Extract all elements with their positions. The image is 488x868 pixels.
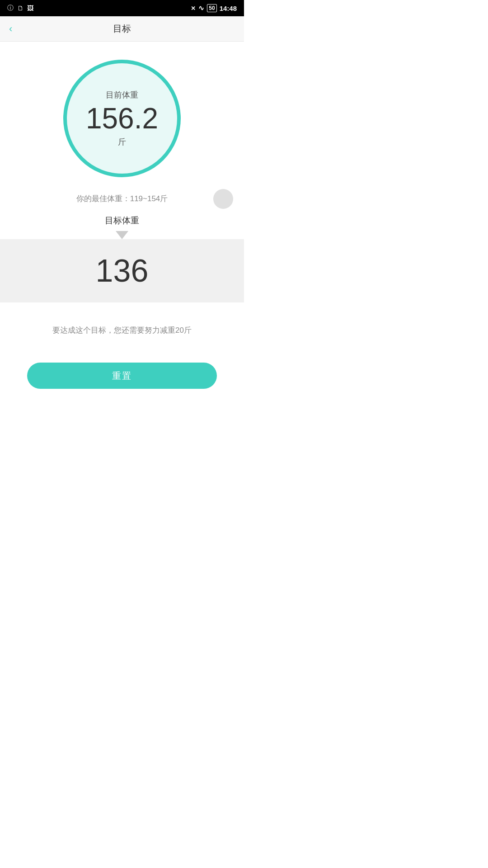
weight-unit: 斤 bbox=[118, 137, 126, 147]
best-weight-text: 你的最佳体重：119~154斤 bbox=[76, 193, 168, 204]
best-weight-row: 你的最佳体重：119~154斤 bbox=[0, 193, 244, 204]
file-icon: 🗋 bbox=[17, 5, 23, 12]
weight-picker[interactable]: 136 bbox=[0, 239, 244, 302]
image-icon: 🖼 bbox=[27, 5, 33, 12]
back-button[interactable]: ‹ bbox=[9, 24, 12, 34]
picker-value: 136 bbox=[96, 253, 149, 289]
weight-display: 目前体重 156.2 斤 bbox=[63, 60, 181, 177]
nav-bar: ‹ 目标 bbox=[0, 16, 244, 42]
weight-label: 目前体重 bbox=[106, 90, 138, 100]
status-bar: ⓘ 🗋 🖼 ✕ ∿ 50 14:48 bbox=[0, 0, 244, 16]
weight-value: 156.2 bbox=[86, 104, 158, 133]
arrow-down-icon bbox=[116, 231, 128, 239]
reset-button[interactable]: 重置 bbox=[27, 363, 217, 389]
bluetooth-icon: ✕ bbox=[191, 5, 196, 12]
avatar bbox=[213, 189, 233, 209]
target-weight-label: 目标体重 bbox=[105, 215, 139, 226]
main-content: 目前体重 156.2 斤 你的最佳体重：119~154斤 目标体重 136 要达… bbox=[0, 42, 244, 407]
weight-circle: 目前体重 156.2 斤 bbox=[63, 60, 181, 177]
status-right: ✕ ∿ 50 14:48 bbox=[191, 4, 237, 12]
battery-icon: 50 bbox=[207, 4, 216, 12]
page-title: 目标 bbox=[113, 23, 131, 35]
time: 14:48 bbox=[220, 5, 237, 12]
wifi-icon: ∿ bbox=[198, 4, 204, 12]
goal-message: 要达成这个目标，您还需要努力减重20斤 bbox=[39, 325, 205, 335]
notification-icon: ⓘ bbox=[7, 4, 14, 12]
status-icons: ⓘ 🗋 🖼 bbox=[7, 4, 33, 12]
